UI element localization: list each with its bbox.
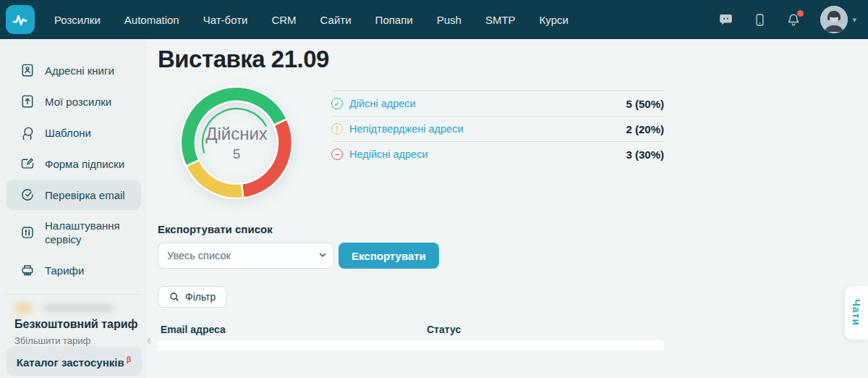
- check-circle-icon: ✓: [331, 98, 343, 109]
- filter-button[interactable]: Фільтр: [158, 286, 227, 308]
- sidebar: Адресні книги Мої розсилки Шаблони: [0, 39, 147, 378]
- nav-item-courses[interactable]: Курси: [540, 14, 569, 26]
- nav-item-crm[interactable]: CRM: [271, 14, 296, 26]
- export-controls: Увесь список Експортувати: [158, 243, 868, 269]
- table-row: [158, 340, 664, 350]
- topbar: Розсилки Automation Чат-боти CRM Сайти П…: [0, 0, 868, 39]
- plan-name: Безкоштовний тариф: [0, 318, 147, 331]
- donut-chart[interactable]: [179, 85, 294, 201]
- app-catalog-label: Каталог застосунків: [17, 356, 124, 369]
- beta-badge: β: [127, 355, 132, 364]
- sidebar-item-email-verification[interactable]: Перевірка email: [6, 180, 141, 210]
- chats-tab-label: Чати: [851, 299, 862, 326]
- top-navigation: Розсилки Automation Чат-боти CRM Сайти П…: [54, 14, 569, 26]
- topbar-right-controls: ▾: [718, 6, 856, 33]
- sidebar-item-label: Налаштування сервісу: [45, 219, 132, 246]
- table-header: Email адреса Статус: [158, 324, 868, 335]
- legend-value-invalid: 3 (30%): [626, 148, 664, 161]
- sidebar-item-label: Шаблони: [45, 126, 91, 140]
- sidebar-item-service-settings[interactable]: Налаштування сервісу: [6, 211, 141, 254]
- verification-summary: Дійсних 5 ✓ Дійсні адреси 5 (50%) ! Непі…: [158, 85, 868, 201]
- sidebar-item-label: Мої розсилки: [45, 95, 111, 109]
- legend-row-invalid: − Недійсні адреси 3 (30%): [331, 141, 664, 167]
- sidebar-item-templates[interactable]: Шаблони: [6, 117, 141, 148]
- page-title: Виставка 21.09: [158, 46, 868, 73]
- legend-link-valid[interactable]: Дійсні адреси: [349, 98, 416, 109]
- sidebar-item-label: Перевірка email: [45, 188, 125, 202]
- export-scope-select-wrapper: Увесь список: [158, 243, 334, 269]
- nav-item-chatbots[interactable]: Чат-боти: [203, 14, 248, 26]
- chevron-down-icon: ▾: [852, 15, 856, 25]
- exclamation-circle-icon: !: [331, 123, 343, 135]
- notification-dot: [797, 10, 804, 17]
- legend-link-invalid[interactable]: Недійсні адреси: [349, 148, 428, 160]
- bell-icon[interactable]: [786, 12, 801, 28]
- nav-item-sites[interactable]: Сайти: [320, 14, 352, 26]
- chats-side-tab[interactable]: Чати: [845, 286, 868, 340]
- column-header-email: Email адреса: [161, 324, 427, 335]
- export-scope-select[interactable]: Увесь список: [158, 243, 334, 269]
- sidebar-item-my-campaigns[interactable]: Мої розсилки: [6, 86, 141, 117]
- sidebar-menu: Адресні книги Мої розсилки Шаблони: [0, 39, 147, 285]
- app-logo[interactable]: [6, 5, 35, 34]
- chat-bubble-icon[interactable]: [718, 12, 733, 28]
- main-content: ← Мої перевірки Виставка 21.09 Дійсних 5…: [147, 0, 868, 350]
- app-catalog-button[interactable]: Каталог застосунківβ: [6, 346, 142, 377]
- pulse-logo-icon: [11, 10, 30, 29]
- pricing-icon: [20, 263, 35, 277]
- templates-icon: [20, 125, 35, 140]
- sidebar-item-label: Форма підписки: [45, 157, 124, 171]
- campaign-send-icon: [20, 94, 35, 109]
- user-avatar[interactable]: [820, 6, 848, 33]
- export-button[interactable]: Експортувати: [339, 243, 439, 269]
- address-book-icon: [20, 63, 35, 77]
- legend-value-unconfirmed: 2 (20%): [626, 123, 664, 135]
- nav-item-smtp[interactable]: SMTP: [485, 14, 516, 26]
- chart-legend: ✓ Дійсні адреси 5 (50%) ! Непідтверджені…: [331, 91, 664, 201]
- form-pencil-icon: [20, 156, 35, 171]
- settings-sliders-icon: [20, 225, 35, 240]
- upgrade-plan-link[interactable]: Збільшити тариф: [0, 335, 147, 346]
- nav-item-rozsylky[interactable]: Розсилки: [54, 14, 101, 26]
- redacted-account-info: [14, 302, 123, 315]
- sidebar-item-label: Адресні книги: [45, 64, 114, 77]
- nav-item-push[interactable]: Push: [437, 14, 461, 26]
- donut-chart-wrapper: Дійсних 5: [179, 85, 294, 201]
- sidebar-collapse-icon[interactable]: ‹: [147, 333, 151, 346]
- filter-button-label: Фільтр: [185, 291, 216, 303]
- column-header-status: Статус: [427, 324, 461, 335]
- sidebar-divider: [6, 294, 141, 295]
- legend-link-unconfirmed[interactable]: Непідтверджені адреси: [349, 123, 464, 135]
- minus-circle-icon: −: [331, 148, 343, 160]
- nav-item-automation[interactable]: Automation: [124, 14, 179, 26]
- legend-value-valid: 5 (50%): [626, 98, 664, 110]
- mobile-phone-icon[interactable]: [753, 12, 767, 28]
- legend-row-unconfirmed: ! Непідтверджені адреси 2 (20%): [331, 116, 664, 141]
- search-icon: [169, 292, 179, 302]
- nav-item-popups[interactable]: Попапи: [375, 14, 413, 26]
- sidebar-item-label: Тарифи: [45, 264, 84, 277]
- account-menu[interactable]: ▾: [820, 6, 856, 33]
- legend-row-valid: ✓ Дійсні адреси 5 (50%): [331, 91, 664, 116]
- check-circle-icon: [20, 188, 35, 202]
- sidebar-item-address-books[interactable]: Адресні книги: [6, 55, 141, 85]
- sidebar-item-pricing[interactable]: Тарифи: [6, 255, 141, 285]
- sidebar-item-subscription-form[interactable]: Форма підписки: [6, 148, 141, 179]
- export-section-label: Експортувати список: [158, 223, 868, 235]
